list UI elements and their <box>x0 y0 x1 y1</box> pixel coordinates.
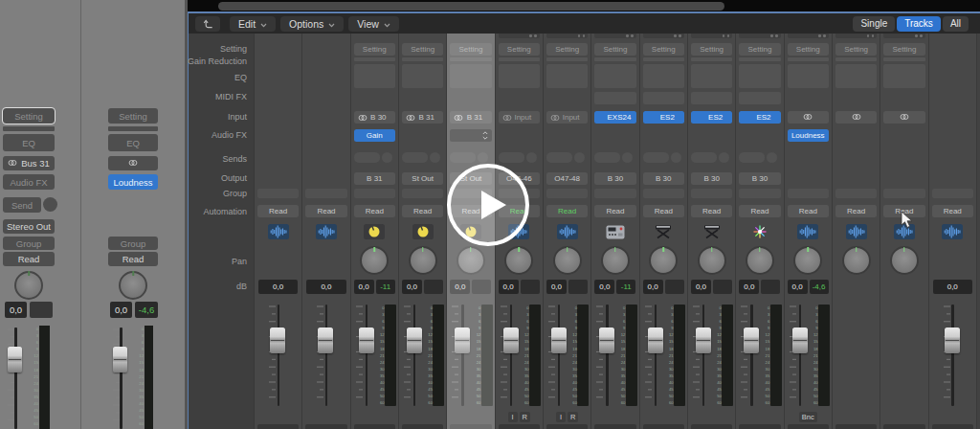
volume-fader[interactable] <box>359 327 374 353</box>
channel-name-box[interactable] <box>546 424 588 429</box>
channel-setting-button[interactable]: Setting <box>402 43 443 56</box>
volume-db-value[interactable]: 0,0 <box>354 280 374 294</box>
volume-fader[interactable] <box>792 327 808 353</box>
input-slot-button[interactable] <box>108 156 158 170</box>
automation-read-button[interactable]: Read <box>691 205 732 217</box>
waveform-icon[interactable] <box>846 224 867 239</box>
peak-db-value[interactable]: -11 <box>616 280 635 294</box>
send-knob[interactable] <box>574 152 585 163</box>
channel-setting-button[interactable]: Setting <box>499 43 540 56</box>
peak-db-value[interactable]: -4,6 <box>135 302 158 318</box>
peak-db-value[interactable] <box>665 280 684 294</box>
volume-fader[interactable] <box>407 327 422 353</box>
pan-knob[interactable] <box>504 246 533 275</box>
channel-setting-button[interactable]: Setting <box>643 43 684 56</box>
audio-fx-button[interactable]: Gain <box>354 129 395 142</box>
output-button[interactable]: B 30 <box>643 172 684 185</box>
channel-name-box[interactable] <box>594 424 635 429</box>
pan-knob[interactable] <box>746 246 774 275</box>
audio-fx-button[interactable]: Audio FX <box>3 174 55 190</box>
volume-db-value[interactable]: 0,0 <box>306 280 345 294</box>
send-knob[interactable] <box>478 152 488 163</box>
segment-all[interactable]: All <box>943 16 969 32</box>
channel-setting-button[interactable]: Setting <box>354 43 395 56</box>
input-slot-button[interactable]: B 30 <box>354 111 395 124</box>
channel-setting-button[interactable]: Setting <box>739 43 780 56</box>
send-slot[interactable] <box>739 152 765 163</box>
channel-setting-button[interactable]: Setting <box>3 108 55 124</box>
channel-name-box[interactable] <box>354 424 395 429</box>
midi-fx-slot[interactable] <box>691 92 732 104</box>
volume-fader[interactable] <box>744 327 759 353</box>
yellow-knob-icon[interactable] <box>412 224 434 239</box>
automation-read-button[interactable]: Read <box>643 205 684 217</box>
waveform-icon[interactable] <box>557 224 578 239</box>
channel-name-box[interactable] <box>932 424 973 429</box>
output-button[interactable]: Stereo Out <box>3 219 55 234</box>
volume-fader[interactable] <box>318 327 333 353</box>
input-slot-button[interactable]: Input <box>546 111 588 124</box>
peak-db-value[interactable] <box>30 302 53 318</box>
group-slot[interactable] <box>932 189 973 198</box>
volume-fader[interactable] <box>945 327 960 353</box>
send-slot[interactable] <box>691 152 717 163</box>
volume-db-value[interactable]: 0,0 <box>110 302 132 318</box>
volume-fader[interactable] <box>113 347 127 373</box>
pan-knob[interactable] <box>457 246 485 275</box>
output-button[interactable]: B 30 <box>739 172 780 185</box>
channel-name-box[interactable] <box>643 424 684 429</box>
volume-db-value[interactable]: 0,0 <box>499 280 519 294</box>
group-slot[interactable] <box>354 189 395 198</box>
input-slot-button[interactable]: ES2 <box>691 111 732 124</box>
send-slot[interactable] <box>499 152 524 163</box>
volume-db-value[interactable]: 0,0 <box>691 280 711 294</box>
segment-single[interactable]: Single <box>853 16 895 32</box>
group-slot[interactable] <box>257 189 299 198</box>
midi-fx-slot[interactable] <box>594 92 635 104</box>
volume-fader[interactable] <box>503 327 519 353</box>
volume-db-value[interactable]: 0,0 <box>258 280 298 294</box>
audio-fx-stepper[interactable] <box>450 129 491 142</box>
group-slot[interactable] <box>739 189 780 198</box>
send-slot[interactable] <box>546 152 572 163</box>
volume-db-value[interactable]: 0,0 <box>788 280 808 294</box>
channel-name-box[interactable] <box>835 424 877 429</box>
waveform-icon[interactable] <box>316 224 337 239</box>
peak-db-value[interactable]: -11 <box>376 280 395 294</box>
channel-name-box[interactable] <box>883 424 924 429</box>
eq-display-slot[interactable]: EQ <box>3 134 55 151</box>
channel-name-box[interactable] <box>257 424 299 429</box>
volume-db-value[interactable]: 0,0 <box>450 280 470 294</box>
automation-read-button[interactable]: Read <box>108 252 158 266</box>
volume-fader[interactable] <box>648 327 663 353</box>
send-slot[interactable] <box>354 152 380 163</box>
send-knob[interactable] <box>43 197 57 212</box>
send-knob[interactable] <box>382 152 392 163</box>
pan-knob[interactable] <box>119 271 147 300</box>
group-slot[interactable] <box>883 189 924 198</box>
waveform-icon[interactable] <box>942 224 963 239</box>
channel-setting-button[interactable]: Setting <box>691 43 732 56</box>
peak-db-value[interactable] <box>713 280 732 294</box>
group-slot[interactable] <box>643 189 684 198</box>
automation-read-button[interactable]: Read <box>402 205 443 217</box>
send-knob[interactable] <box>430 152 440 163</box>
menu-edit[interactable]: Edit <box>230 16 276 32</box>
volume-fader[interactable] <box>599 327 614 353</box>
input-slot-button[interactable]: Input <box>499 111 540 124</box>
output-button[interactable]: B 30 <box>594 172 635 185</box>
input-slot-button[interactable] <box>835 111 877 124</box>
peak-db-value[interactable] <box>761 280 780 294</box>
volume-db-value[interactable]: 0,0 <box>739 280 759 294</box>
volume-db-value[interactable]: 0,0 <box>5 302 27 318</box>
channel-name-box[interactable] <box>402 424 443 429</box>
channel-setting-button[interactable]: Setting <box>788 43 829 56</box>
automation-read-button[interactable]: Read <box>354 205 395 217</box>
starburst-icon[interactable] <box>749 224 770 239</box>
output-button[interactable]: O47-48 <box>546 172 588 185</box>
drum-machine-icon[interactable] <box>605 224 626 239</box>
volume-fader[interactable] <box>696 327 711 353</box>
group-slot[interactable] <box>305 189 346 198</box>
volume-fader[interactable] <box>270 327 285 353</box>
volume-db-value[interactable]: 0,0 <box>643 280 663 294</box>
